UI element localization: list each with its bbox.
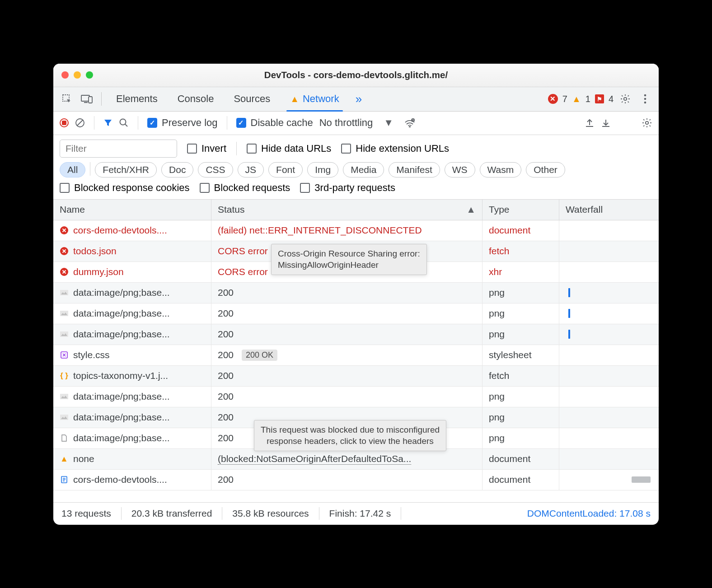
request-type-filters: AllFetch/XHRDocCSSJSFontImgMediaManifest… (60, 162, 565, 177)
requests-count: 13 requests (61, 508, 111, 519)
cell-status: (failed) net::ERR_INTERNET_DISCONNECTED (211, 220, 482, 241)
blocked-cookies-checkbox[interactable]: Blocked response cookies (60, 182, 190, 194)
cell-name: data:image/png;base... (53, 303, 211, 324)
cell-name: cors-demo-devtools.... (53, 470, 211, 490)
type-chip-media[interactable]: Media (343, 162, 384, 177)
type-chip-js[interactable]: JS (238, 162, 264, 177)
svg-rect-17 (60, 331, 68, 337)
type-chip-font[interactable]: Font (268, 162, 303, 177)
cell-waterfall (559, 366, 659, 386)
cell-name: style.css (53, 345, 211, 365)
upload-har-icon[interactable] (585, 118, 595, 128)
chevron-down-icon: ▼ (376, 117, 401, 129)
type-chip-manifest[interactable]: Manifest (389, 162, 440, 177)
device-toolbar-icon[interactable] (79, 91, 95, 107)
tab-network[interactable]: ▲ Network (282, 87, 347, 111)
status-badges[interactable]: ✕7 ▲1 ⚑4 (548, 94, 614, 104)
type-chip-css[interactable]: CSS (198, 162, 233, 177)
more-tabs-button[interactable]: » (351, 92, 366, 106)
type-chip-other[interactable]: Other (526, 162, 565, 177)
table-row[interactable]: cors-demo-devtools....(failed) net::ERR_… (53, 220, 659, 241)
tab-console[interactable]: Console (169, 87, 222, 111)
blocked-requests-checkbox[interactable]: Blocked requests (200, 182, 290, 194)
type-chip-all[interactable]: All (60, 162, 85, 177)
table-row[interactable]: data:image/png;base...200png (53, 324, 659, 345)
cell-status: (blocked:NotSameOriginAfterDefaultedToSa… (211, 449, 482, 469)
cell-type: document (482, 449, 559, 469)
request-icon: { } (60, 371, 69, 380)
waterfall-bar (632, 476, 651, 483)
table-row[interactable]: style.css200200 OKstylesheet (53, 345, 659, 366)
record-button[interactable] (60, 118, 69, 127)
check-icon: ✓ (236, 118, 246, 128)
table-row[interactable]: data:image/png;base...200png (53, 303, 659, 324)
table-row[interactable]: ▲none(blocked:NotSameOriginAfterDefaulte… (53, 449, 659, 470)
col-waterfall[interactable]: Waterfall (559, 200, 659, 220)
request-icon: ▲ (60, 454, 69, 463)
table-row[interactable]: { }topics-taxonomy-v1.j...200fetch (53, 366, 659, 387)
filter-icon[interactable] (103, 118, 112, 127)
type-chip-fetchxhr[interactable]: Fetch/XHR (95, 162, 157, 177)
issues-icon: ⚑ (595, 94, 604, 103)
traffic-lights (61, 71, 93, 79)
col-name[interactable]: Name (53, 200, 211, 220)
cell-name: { }topics-taxonomy-v1.j... (53, 366, 211, 386)
type-chip-doc[interactable]: Doc (161, 162, 193, 177)
minimize-window-button[interactable] (74, 71, 81, 79)
cell-status: 200 (211, 283, 482, 303)
kebab-menu-icon[interactable] (637, 91, 653, 107)
throttling-select[interactable]: No throttling ▼ (319, 117, 415, 129)
download-har-icon[interactable] (601, 118, 611, 128)
tab-elements[interactable]: Elements (108, 87, 166, 111)
type-chip-wasm[interactable]: Wasm (480, 162, 522, 177)
settings-icon[interactable] (617, 91, 633, 107)
cell-status: 200 (211, 324, 482, 345)
table-row[interactable]: data:image/png;base...200png (53, 387, 659, 407)
cell-name: cors-demo-devtools.... (53, 220, 211, 241)
network-conditions-icon[interactable] (404, 118, 415, 127)
fullscreen-window-button[interactable] (86, 71, 93, 79)
cell-waterfall (559, 449, 659, 469)
cell-type: png (482, 387, 559, 407)
status-bar: 13 requests 20.3 kB transferred 35.8 kB … (53, 502, 659, 525)
sort-asc-icon: ▲ (466, 204, 476, 215)
inspect-element-icon[interactable] (59, 91, 75, 107)
cell-type: document (482, 470, 559, 490)
table-row[interactable]: cors-demo-devtools....200document (53, 470, 659, 490)
cell-waterfall (559, 407, 659, 428)
svg-point-4 (644, 94, 646, 97)
hide-data-urls-checkbox[interactable]: Hide data URLs (247, 143, 331, 154)
network-settings-icon[interactable] (642, 117, 652, 128)
cell-name: data:image/png;base... (53, 428, 211, 448)
clear-button[interactable] (75, 118, 85, 128)
preserve-log-checkbox[interactable]: ✓ Preserve log (147, 117, 218, 129)
hide-extension-urls-checkbox[interactable]: Hide extension URLs (341, 143, 449, 154)
col-type[interactable]: Type (482, 200, 559, 220)
third-party-checkbox[interactable]: 3rd-party requests (300, 182, 395, 194)
svg-point-5 (644, 98, 646, 100)
filter-input[interactable] (60, 140, 177, 158)
col-status[interactable]: Status▲ (211, 200, 482, 220)
cell-status: 200 (211, 387, 482, 407)
cell-type: png (482, 303, 559, 324)
close-window-button[interactable] (61, 71, 69, 79)
cell-waterfall (559, 324, 659, 345)
invert-checkbox[interactable]: Invert (187, 143, 226, 154)
type-chip-img[interactable]: Img (307, 162, 338, 177)
request-icon (60, 288, 69, 297)
table-body: cors-demo-devtools....(failed) net::ERR_… (53, 220, 659, 490)
network-table: Name Status▲ Type Waterfall cors-demo-de… (53, 199, 659, 502)
cell-status: 200 (211, 366, 482, 386)
search-icon[interactable] (119, 118, 129, 128)
type-chip-ws[interactable]: WS (445, 162, 475, 177)
table-row[interactable]: data:image/png;base...200png (53, 283, 659, 303)
table-header: Name Status▲ Type Waterfall (53, 200, 659, 220)
cell-waterfall (559, 345, 659, 365)
waterfall-bar (568, 330, 570, 339)
cell-type: fetch (482, 366, 559, 386)
resources-size: 35.8 kB resources (232, 508, 309, 519)
cell-status: 200 (211, 470, 482, 490)
disable-cache-checkbox[interactable]: ✓ Disable cache (236, 117, 313, 129)
cell-waterfall (559, 283, 659, 303)
tab-sources[interactable]: Sources (225, 87, 278, 111)
